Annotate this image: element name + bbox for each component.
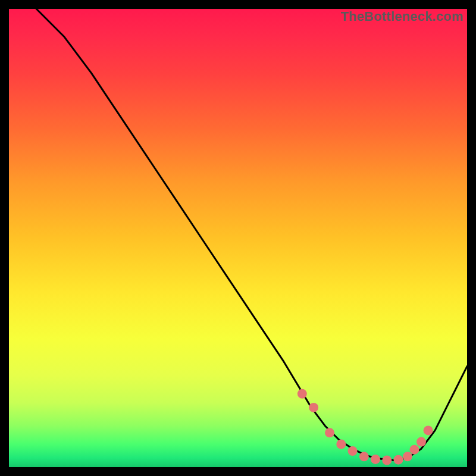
- highlight-marker: [298, 389, 307, 399]
- highlight-marker: [371, 455, 380, 464]
- highlight-markers: [298, 389, 433, 465]
- highlight-marker: [359, 452, 369, 461]
- highlight-marker: [424, 425, 433, 435]
- highlight-marker: [309, 403, 318, 412]
- plot-area: TheBottleneck.com: [9, 9, 467, 467]
- chart-stage: TheBottleneck.com: [0, 0, 476, 476]
- highlight-marker: [348, 446, 358, 456]
- highlight-marker: [382, 456, 392, 465]
- chart-overlay: [9, 9, 467, 467]
- highlight-marker: [325, 428, 334, 437]
- bottleneck-curve: [36, 9, 467, 461]
- highlight-marker: [336, 440, 346, 449]
- highlight-marker: [416, 437, 426, 447]
- highlight-marker: [403, 452, 412, 461]
- highlight-marker: [410, 445, 419, 455]
- highlight-marker: [394, 455, 403, 465]
